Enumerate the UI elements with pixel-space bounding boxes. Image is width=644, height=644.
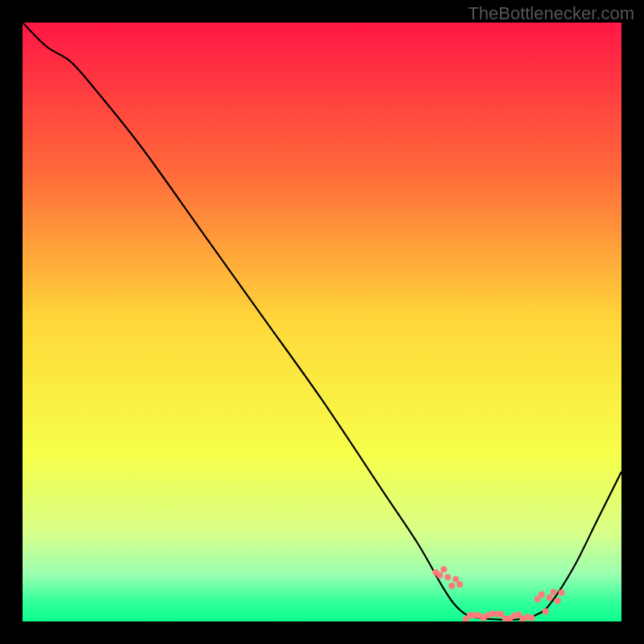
data-dot: [551, 588, 557, 595]
data-dot: [539, 591, 545, 597]
data-dot: [543, 608, 549, 614]
data-dot: [555, 597, 561, 604]
plot-area: [23, 23, 621, 621]
chart-container: TheBottlenecker.com: [0, 0, 644, 644]
data-dot: [456, 581, 463, 588]
chart-svg: [23, 23, 621, 621]
data-dot: [436, 572, 443, 579]
data-dots: [432, 566, 564, 621]
bottleneck-curve: [23, 23, 621, 620]
data-dot: [440, 566, 447, 572]
data-dot: [444, 574, 451, 580]
data-dot: [547, 595, 553, 601]
data-dot: [448, 583, 455, 589]
data-dot: [452, 576, 459, 583]
data-dot: [528, 614, 535, 621]
watermark-text: TheBottlenecker.com: [468, 3, 634, 24]
data-dot: [559, 589, 565, 596]
